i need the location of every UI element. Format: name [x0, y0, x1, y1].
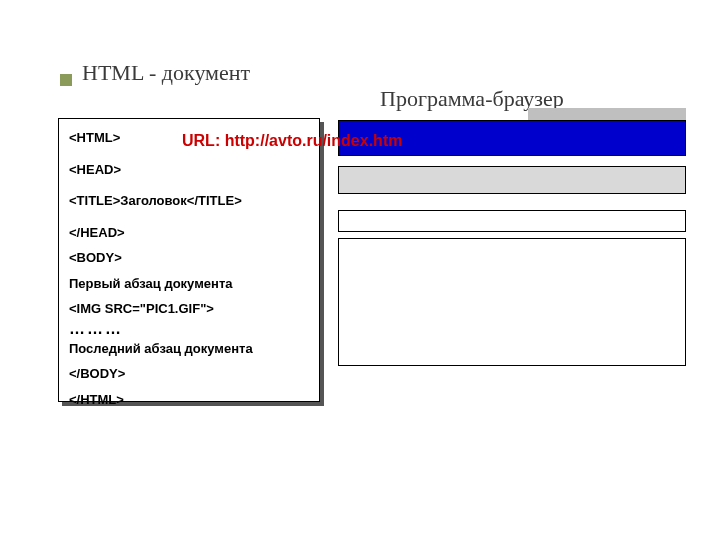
code-line: Последний абзац документа [69, 340, 309, 358]
code-line: </HEAD> [69, 224, 309, 242]
heading-html-document: HTML - документ [82, 60, 250, 86]
code-line: </HTML> [69, 391, 309, 409]
url-label: URL: http://avto.ru/index.htm [182, 132, 402, 150]
browser-menubar [338, 166, 686, 194]
code-line: </BODY> [69, 365, 309, 383]
code-line: <TITLE>Заголовок</TITLE> [69, 192, 309, 210]
browser-addressbar [338, 210, 686, 232]
code-line: <IMG SRC="PIC1.GIF"> [69, 300, 309, 318]
code-panel: <HTML> <HEAD> <TITLE>Заголовок</TITLE> <… [58, 118, 320, 402]
code-line: <HEAD> [69, 161, 309, 179]
bullet-square [60, 74, 72, 86]
code-line: Первый абзац документа [69, 275, 309, 293]
code-ellipsis: ……… [69, 320, 309, 338]
code-line: <BODY> [69, 249, 309, 267]
browser-content-area [338, 238, 686, 366]
